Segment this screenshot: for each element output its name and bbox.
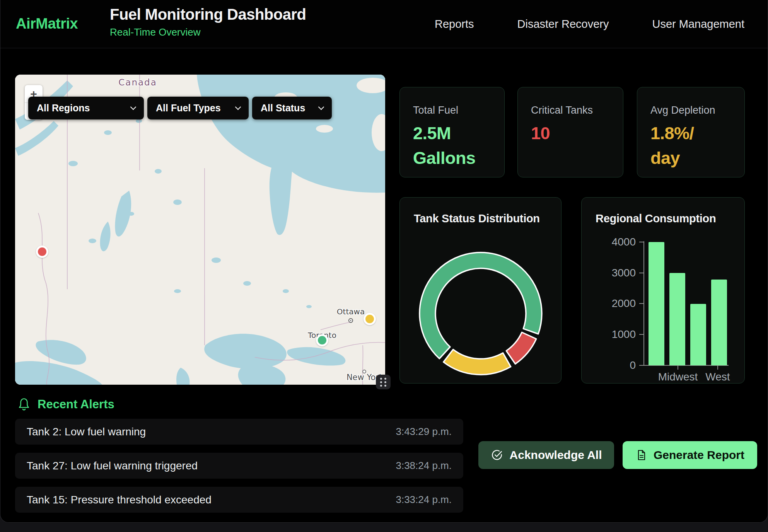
page-title: Fuel Monitoring Dashboard xyxy=(110,6,306,23)
stat-value: day xyxy=(650,146,731,171)
bell-icon xyxy=(17,397,31,411)
alert-timestamp: 3:43:29 p.m. xyxy=(396,426,452,438)
alert-timestamp: 3:33:24 p.m. xyxy=(396,494,452,506)
map-marker-normal[interactable] xyxy=(316,334,328,346)
check-circle-icon xyxy=(491,449,503,461)
y-tick-label: 1000 xyxy=(589,328,636,341)
nav-reports[interactable]: Reports xyxy=(435,18,474,31)
drag-handle-icon[interactable] xyxy=(376,375,391,389)
acknowledge-all-label: Acknowledge All xyxy=(510,448,602,462)
stat-label: Avg Depletion xyxy=(650,104,731,116)
city-label-ottawa: Ottawa xyxy=(337,307,365,316)
title-block: Fuel Monitoring Dashboard Real-Time Over… xyxy=(110,6,306,38)
map-marker-critical[interactable] xyxy=(36,246,48,258)
y-tick-label: 4000 xyxy=(589,236,636,248)
alert-message: Tank 15: Pressure threshold exceeded xyxy=(27,494,212,506)
page-subtitle: Real-Time Overview xyxy=(110,26,306,38)
alert-row: Tank 27: Low fuel warning triggered 3:38… xyxy=(15,453,463,479)
stat-label: Total Fuel xyxy=(413,104,491,116)
fuel-type-filter-value: All Fuel Types xyxy=(156,102,221,114)
stat-value: 1.8%/ xyxy=(650,121,731,146)
stat-card-avg-depletion: Avg Depletion 1.8%/ day xyxy=(637,87,745,177)
region-filter-dropdown[interactable]: All Regions xyxy=(28,97,144,119)
dashboard-root: AirMatrix Fuel Monitoring Dashboard Real… xyxy=(0,0,768,523)
y-axis xyxy=(643,241,644,366)
stat-value: Gallons xyxy=(413,146,491,171)
chart-title: Tank Status Distribution xyxy=(414,212,540,225)
bar-3 xyxy=(711,280,727,365)
map-filters: All Regions All Fuel Types All Status xyxy=(28,97,332,119)
country-label: Canada xyxy=(118,77,157,87)
regional-consumption-chart-card: Regional Consumption 4000 3000 2000 1000… xyxy=(581,197,745,384)
bar-1 xyxy=(669,273,685,365)
fuel-type-filter-dropdown[interactable]: All Fuel Types xyxy=(147,97,249,119)
tank-status-chart-card: Tank Status Distribution xyxy=(399,197,561,384)
y-tick-label: 0 xyxy=(589,359,636,372)
nav-disaster-recovery[interactable]: Disaster Recovery xyxy=(517,18,609,31)
bar-2 xyxy=(690,304,706,366)
file-text-icon xyxy=(635,449,647,461)
alerts-title: Recent Alerts xyxy=(38,397,114,411)
x-tick-label: West xyxy=(705,371,730,383)
stat-card-total-fuel: Total Fuel 2.5M Gallons xyxy=(399,87,505,177)
status-filter-value: All Status xyxy=(261,102,305,114)
bar-0 xyxy=(649,242,664,365)
stat-value: 2.5M xyxy=(413,121,491,146)
map-panel: Canada Ottawa Toronto New York + − All R… xyxy=(15,75,385,385)
stat-card-critical-tanks: Critical Tanks 10 xyxy=(517,87,623,177)
alerts-header: Recent Alerts xyxy=(17,397,114,411)
top-nav: Reports Disaster Recovery User Managemen… xyxy=(435,18,744,31)
map-canvas[interactable]: Canada Ottawa Toronto New York + − All R… xyxy=(15,75,385,385)
chart-title: Regional Consumption xyxy=(596,212,716,225)
y-tick-label: 2000 xyxy=(589,297,636,310)
stat-label: Critical Tanks xyxy=(531,104,610,116)
map-tiles: Canada Ottawa Toronto New York xyxy=(15,75,385,385)
chevron-down-icon xyxy=(130,104,137,110)
acknowledge-all-button[interactable]: Acknowledge All xyxy=(478,441,614,469)
donut-chart xyxy=(415,248,546,379)
alert-message: Tank 27: Low fuel warning triggered xyxy=(27,460,198,472)
stat-value: 10 xyxy=(531,121,610,146)
app-header: AirMatrix Fuel Monitoring Dashboard Real… xyxy=(0,0,768,48)
map-marker-warning[interactable] xyxy=(364,313,376,325)
y-tick-label: 3000 xyxy=(589,267,636,279)
generate-report-label: Generate Report xyxy=(654,448,744,462)
alert-message: Tank 2: Low fuel warning xyxy=(27,426,146,438)
region-filter-value: All Regions xyxy=(37,102,90,114)
status-filter-dropdown[interactable]: All Status xyxy=(252,97,332,119)
chevron-down-icon xyxy=(235,104,241,110)
brand-logo: AirMatrix xyxy=(16,15,78,32)
nav-user-management[interactable]: User Management xyxy=(652,18,744,31)
alert-row: Tank 2: Low fuel warning 3:43:29 p.m. xyxy=(15,419,463,445)
generate-report-button[interactable]: Generate Report xyxy=(623,441,757,469)
chevron-down-icon xyxy=(318,104,324,110)
alert-row: Tank 15: Pressure threshold exceeded 3:3… xyxy=(15,487,463,513)
x-tick-label: Midwest xyxy=(658,371,698,383)
alert-timestamp: 3:38:24 p.m. xyxy=(396,460,452,472)
bar-series xyxy=(646,242,729,365)
